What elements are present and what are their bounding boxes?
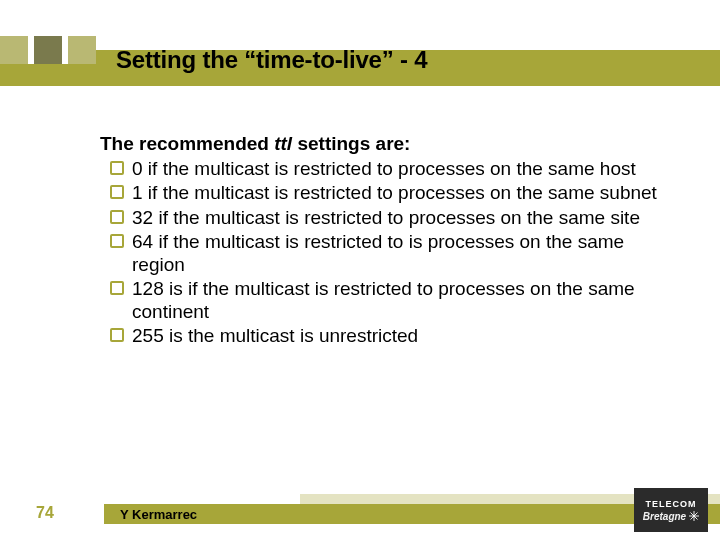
bullet-icon bbox=[110, 328, 124, 342]
bullet-text: 64 if the multicast is restricted to is … bbox=[132, 230, 660, 276]
author-name: Y Kermarrec bbox=[120, 507, 197, 522]
bullet-item: 1 if the multicast is restricted to proc… bbox=[110, 181, 660, 204]
intro-prefix: The recommended bbox=[100, 133, 274, 154]
slide: Setting the “time-to-live” - 4 The recom… bbox=[0, 0, 720, 540]
bullet-num: 0 bbox=[132, 158, 143, 179]
telecom-bretagne-logo: TELECOM Bretagne bbox=[634, 488, 708, 532]
bullet-text: 1 if the multicast is restricted to proc… bbox=[132, 181, 660, 204]
header-top-strip bbox=[0, 0, 720, 50]
logo-line-2: Bretagne bbox=[643, 511, 686, 522]
decor-block bbox=[34, 36, 62, 64]
bullet-text: 32 if the multicast is restricted to pro… bbox=[132, 206, 660, 229]
decor-block bbox=[68, 36, 96, 64]
slide-title: Setting the “time-to-live” - 4 bbox=[116, 46, 427, 74]
bullet-rest: if the multicast is restricted to is pro… bbox=[132, 231, 624, 275]
slide-header: Setting the “time-to-live” - 4 bbox=[0, 0, 720, 100]
logo-line-1: TELECOM bbox=[646, 499, 697, 509]
bullet-text: 128 is if the multicast is restricted to… bbox=[132, 277, 660, 323]
bullet-item: 32 if the multicast is restricted to pro… bbox=[110, 206, 660, 229]
header-decor bbox=[0, 36, 96, 64]
page-number: 74 bbox=[0, 504, 90, 522]
slide-footer: 74 Y Kermarrec TELECOM Bretagne bbox=[0, 484, 720, 540]
intro-line: The recommended ttl settings are: bbox=[100, 132, 660, 155]
bullet-num: 128 bbox=[132, 278, 164, 299]
intro-emphasis: ttl bbox=[274, 133, 292, 154]
bullet-text: 0 if the multicast is restricted to proc… bbox=[132, 157, 660, 180]
bullet-item: 0 if the multicast is restricted to proc… bbox=[110, 157, 660, 180]
slide-body: The recommended ttl settings are: 0 if t… bbox=[0, 100, 720, 484]
bullet-num: 32 bbox=[132, 207, 153, 228]
bullet-rest: if the multicast is restricted to proces… bbox=[143, 158, 636, 179]
bullet-num: 255 bbox=[132, 325, 164, 346]
bullet-text: 255 is the multicast is unrestricted bbox=[132, 324, 660, 347]
bullet-num: 64 bbox=[132, 231, 153, 252]
bullet-num: 1 bbox=[132, 182, 143, 203]
bullet-rest: is the multicast is unrestricted bbox=[164, 325, 418, 346]
bullet-icon bbox=[110, 210, 124, 224]
spark-icon bbox=[689, 511, 699, 521]
bullet-icon bbox=[110, 281, 124, 295]
bullet-rest: if the multicast is restricted to proces… bbox=[143, 182, 657, 203]
bullet-rest: is if the multicast is restricted to pro… bbox=[132, 278, 635, 322]
decor-block bbox=[0, 36, 28, 64]
bullet-icon bbox=[110, 161, 124, 175]
bullet-icon bbox=[110, 185, 124, 199]
bullet-item: 255 is the multicast is unrestricted bbox=[110, 324, 660, 347]
logo-line-2-wrap: Bretagne bbox=[643, 511, 699, 522]
intro-suffix: settings are: bbox=[292, 133, 410, 154]
bullet-icon bbox=[110, 234, 124, 248]
bullet-item: 64 if the multicast is restricted to is … bbox=[110, 230, 660, 276]
bullet-item: 128 is if the multicast is restricted to… bbox=[110, 277, 660, 323]
bullet-rest: if the multicast is restricted to proces… bbox=[153, 207, 640, 228]
